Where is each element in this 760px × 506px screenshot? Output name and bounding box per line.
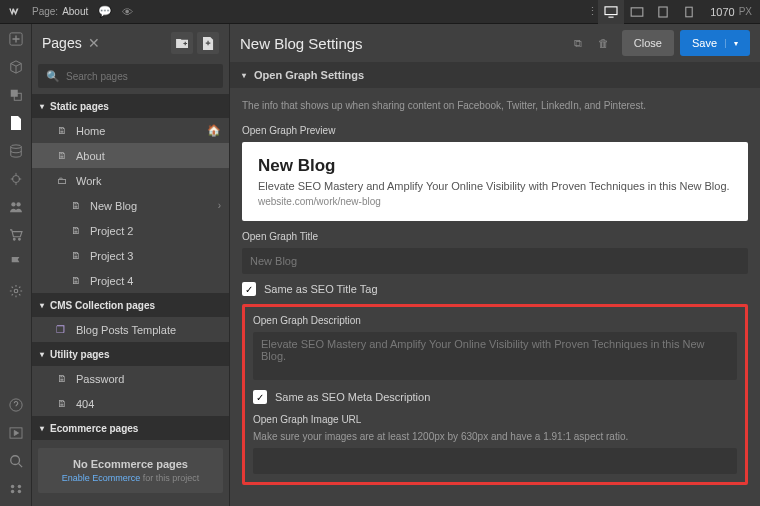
page-home[interactable]: 🗎Home🏠 (32, 118, 229, 143)
section-static[interactable]: ▾Static pages (32, 94, 229, 118)
device-desktop[interactable] (598, 0, 624, 24)
section-utility[interactable]: ▾Utility pages (32, 342, 229, 366)
rail-settings[interactable] (7, 282, 25, 300)
svg-point-15 (10, 456, 19, 465)
save-button[interactable]: Save▾ (680, 30, 750, 56)
og-image-sub: Make sure your images are at least 1200p… (253, 431, 737, 442)
rail-box[interactable] (7, 58, 25, 76)
save-dropdown[interactable]: ▾ (725, 39, 738, 48)
highlighted-region: Open Graph Description ✓Same as SEO Meta… (242, 304, 748, 485)
og-title-label: Open Graph Title (242, 231, 748, 242)
chevron-down-icon: ▾ (40, 424, 44, 433)
page-icon: 🗎 (56, 373, 68, 384)
og-preview-label: Open Graph Preview (242, 125, 748, 136)
enable-ecommerce-link[interactable]: Enable Ecommerce (62, 473, 141, 483)
px-label: PX (739, 6, 752, 17)
og-desc-input[interactable] (253, 332, 737, 380)
section-ecommerce[interactable]: ▾Ecommerce pages (32, 416, 229, 440)
og-image-input[interactable] (253, 448, 737, 474)
preview-url: website.com/work/new-blog (258, 196, 732, 207)
topbar: Page: About 💬 👁 ⋮ 1070 PX (0, 0, 760, 24)
search-pages[interactable]: 🔍 (38, 64, 223, 88)
ecommerce-empty-title: No Ecommerce pages (48, 458, 213, 470)
rail-audit[interactable] (7, 480, 25, 498)
og-title-checkbox[interactable]: ✓Same as SEO Title Tag (242, 282, 748, 296)
chevron-down-icon: ▾ (40, 301, 44, 310)
page-icon: 🗎 (56, 150, 68, 161)
preview-desc: Elevate SEO Mastery and Amplify Your Onl… (258, 180, 732, 192)
folder-work[interactable]: 🗀Work (32, 168, 229, 193)
svg-point-8 (11, 202, 15, 206)
pages-title: Pages (42, 35, 82, 51)
left-rail (0, 24, 32, 506)
device-mobile[interactable] (676, 0, 702, 24)
page-icon: 🗎 (70, 200, 82, 211)
svg-point-11 (18, 238, 20, 240)
svg-point-18 (10, 490, 13, 493)
home-icon: 🏠 (207, 124, 221, 137)
svg-point-12 (14, 289, 18, 293)
svg-point-19 (17, 490, 20, 493)
new-folder-button[interactable] (171, 32, 193, 54)
more-icon[interactable]: ⋮ (587, 5, 598, 18)
eye-icon[interactable]: 👁 (122, 6, 133, 18)
close-panel[interactable]: ✕ (88, 35, 100, 51)
checkbox-checked-icon: ✓ (242, 282, 256, 296)
page-new-blog[interactable]: 🗎New Blog› (32, 193, 229, 218)
settings-title: New Blog Settings (240, 35, 564, 52)
svg-point-17 (17, 485, 20, 488)
page-project-3[interactable]: 🗎Project 3 (32, 243, 229, 268)
svg-point-16 (10, 485, 13, 488)
webflow-logo[interactable] (8, 5, 22, 19)
comment-icon[interactable]: 💬 (98, 5, 112, 18)
trash-icon[interactable]: 🗑 (592, 31, 616, 55)
page-about[interactable]: 🗎About (32, 143, 229, 168)
og-preview: New Blog Elevate SEO Mastery and Amplify… (242, 142, 748, 221)
page-project-4[interactable]: 🗎Project 4 (32, 268, 229, 293)
rail-layers[interactable] (7, 86, 25, 104)
rail-search[interactable] (7, 452, 25, 470)
chevron-down-icon: ▾ (242, 71, 246, 80)
svg-point-7 (10, 145, 21, 149)
page-label: Page: (32, 6, 58, 17)
rail-cart[interactable] (7, 226, 25, 244)
preview-title: New Blog (258, 156, 732, 176)
og-desc-label: Open Graph Description (253, 315, 737, 326)
rail-pages[interactable] (7, 114, 25, 132)
rail-add[interactable] (7, 30, 25, 48)
new-page-button[interactable] (197, 32, 219, 54)
page-name[interactable]: About (62, 6, 88, 17)
og-section-header[interactable]: ▾Open Graph Settings (230, 62, 760, 88)
section-cms[interactable]: ▾CMS Collection pages (32, 293, 229, 317)
page-icon: 🗎 (56, 398, 68, 409)
og-info: The info that shows up when sharing cont… (242, 100, 748, 111)
page-project-2[interactable]: 🗎Project 2 (32, 218, 229, 243)
device-tablet[interactable] (650, 0, 676, 24)
og-image-label: Open Graph Image URL (253, 414, 737, 425)
page-icon: 🗎 (70, 250, 82, 261)
checkbox-checked-icon: ✓ (253, 390, 267, 404)
device-tablet-l[interactable] (624, 0, 650, 24)
rail-cms[interactable] (7, 142, 25, 160)
rail-assets[interactable] (7, 170, 25, 188)
svg-rect-2 (659, 7, 667, 17)
og-title-input[interactable] (242, 248, 748, 274)
pages-panel: Pages ✕ 🔍 ▾Static pages 🗎Home🏠 🗎About 🗀W… (32, 24, 230, 506)
page-404[interactable]: 🗎404 (32, 391, 229, 416)
page-blog-template[interactable]: ❐Blog Posts Template (32, 317, 229, 342)
ecommerce-empty: No Ecommerce pages Enable Ecommerce for … (38, 448, 223, 493)
rail-users[interactable] (7, 198, 25, 216)
search-input[interactable] (66, 71, 215, 82)
viewport-width[interactable]: 1070 (710, 6, 734, 18)
page-password[interactable]: 🗎Password (32, 366, 229, 391)
folder-icon: 🗀 (56, 175, 68, 186)
rail-help[interactable] (7, 396, 25, 414)
copy-icon[interactable]: ⧉ (566, 31, 590, 55)
page-icon: 🗎 (56, 125, 68, 136)
chevron-down-icon: ▾ (40, 350, 44, 359)
og-desc-checkbox[interactable]: ✓Same as SEO Meta Description (253, 390, 737, 404)
rail-flag[interactable] (7, 254, 25, 272)
rail-video[interactable] (7, 424, 25, 442)
page-icon: 🗎 (70, 275, 82, 286)
close-button[interactable]: Close (622, 30, 674, 56)
